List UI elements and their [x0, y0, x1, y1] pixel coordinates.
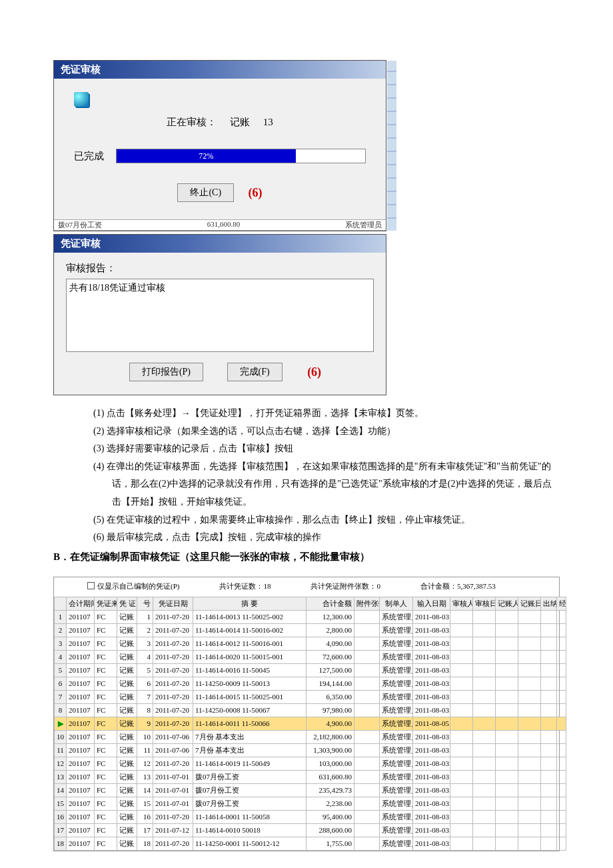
report-dialog: 凭证审核 审核报告： 共有18/18凭证通过审核 打印报告(P) 完成(F) (… [53, 234, 386, 395]
table-row[interactable]: 7201107FC记账72011-07-2011-14614-0015 11-5… [55, 690, 566, 703]
section-b-heading: B．在凭证编制界面审核凭证（这里只能一张张的审核，不能批量审核） [53, 551, 560, 563]
table-row[interactable]: 18201107FC记账182011-07-2011-14250-0001 11… [55, 837, 566, 850]
report-content: 共有18/18凭证通过审核 [69, 283, 165, 293]
table-header: 会计期间 凭证来源 凭 证 号 凭证日期 摘 要 合计金额 附件张数 制单人 输… [55, 597, 566, 610]
voucher-table-panel: 仅显示自己编制的凭证(P) 共计凭证数：18 共计凭证附件张数：0 合计金额：5… [53, 577, 560, 851]
col-period: 会计期间 [67, 597, 95, 610]
progress-dialog: 凭证审核 正在审核： 记账 13 已完成 72% 终止(C) (6) 拨07月份… [53, 60, 386, 231]
col-post-date: 记账日期 [518, 597, 541, 610]
done-label: 已完成 [74, 150, 104, 163]
table-row[interactable]: 12201107FC记账122011-07-2011-14614-0019 11… [55, 757, 566, 770]
annotation-6a: (6) [249, 186, 263, 200]
step-2: (2) 选择审核相记录（如果全选的话，可以点击右键，选择【全选】功能） [93, 423, 560, 441]
table-row[interactable]: 10201107FC记账102011-07-067月份 基本支出2,182,80… [55, 730, 566, 743]
report-dialog-title: 凭证审核 [54, 235, 386, 253]
table-row[interactable]: 3201107FC记账32011-07-2011-14614-0012 11-5… [55, 637, 566, 650]
total-amount: 合计金额：5,367,387.53 [420, 581, 496, 591]
progress-bar-fill: 72% [117, 149, 296, 163]
table-row[interactable]: 4201107FC记账42011-07-2011-14614-0020 11-5… [55, 650, 566, 663]
col-no: 号 [137, 597, 153, 610]
table-row[interactable]: 13201107FC记账132011-07-01拨07月份工资631,600.8… [55, 770, 566, 783]
col-poster: 记账人 [496, 597, 518, 610]
step-1: (1) 点击【账务处理】→【凭证处理】，打开凭证箱界面，选择【未审核】页签。 [93, 405, 560, 423]
col-extra: 经 [557, 597, 566, 610]
table-row[interactable]: 17201107FC记账172011-07-1211-14614-0010 50… [55, 823, 566, 837]
status-type: 记账 [230, 117, 250, 127]
table-row[interactable]: 8201107FC记账82011-07-2011-14250-0008 11-5… [55, 703, 566, 717]
annotation-6b: (6) [307, 365, 321, 379]
status-prefix: 正在审核： [167, 117, 217, 127]
step-5: (5) 在凭证审核的过程中，如果需要终止审核操作，那么点击【终止】按钮，停止审核… [93, 511, 560, 529]
finish-button[interactable]: 完成(F) [227, 363, 283, 381]
col-amount: 合计金额 [306, 597, 354, 610]
table-row[interactable]: 15201107FC记账152011-07-01拨07月份工资2,238.00系… [55, 797, 566, 810]
report-label: 审核报告： [66, 262, 374, 275]
total-attachments: 共计凭证附件张数：0 [310, 581, 380, 591]
instruction-steps: (1) 点击【账务处理】→【凭证处理】，打开凭证箱界面，选择【未审核】页签。 (… [53, 405, 560, 547]
col-source: 凭证来源 [95, 597, 117, 610]
progress-dialog-title: 凭证审核 [54, 61, 386, 79]
col-input-date: 输入日期 [413, 597, 450, 610]
print-report-button[interactable]: 打印报告(P) [129, 363, 203, 381]
col-attachments: 附件张数 [354, 597, 380, 610]
document-icon [74, 92, 89, 107]
audit-status-line: 正在审核： 记账 13 [74, 116, 366, 129]
table-row[interactable]: 16201107FC记账162011-07-2011-14614-0001 11… [55, 810, 566, 823]
side-strip-decoration [387, 61, 396, 231]
col-auditor: 审核人 [450, 597, 473, 610]
step-3: (3) 选择好需要审核的记录后，点击【审核】按钮 [93, 440, 560, 458]
col-maker: 制单人 [380, 597, 413, 610]
table-row[interactable]: 11201107FC记账112011-07-067月份 基本支出1,303,90… [55, 743, 566, 757]
col-vtype: 凭 证 [117, 597, 137, 610]
col-summary: 摘 要 [193, 597, 306, 610]
step-4: (4) 在弹出的凭证审核界面，先选择【审核范围】，在这如果审核范围选择的是"所有… [93, 458, 560, 511]
step-6: (6) 最后审核完成，点击【完成】按钮，完成审核的操作 [93, 529, 560, 547]
background-row-fragment: 拨07月份工资 631,600.80 系统管理员 [54, 219, 386, 231]
status-number: 13 [263, 117, 273, 127]
table-row[interactable]: 2201107FC记账22011-07-2011-14614-0014 11-5… [55, 623, 566, 637]
col-audit-date: 审核日期 [473, 597, 496, 610]
total-count: 共计凭证数：18 [219, 581, 271, 591]
report-textarea: 共有18/18凭证通过审核 [66, 279, 374, 352]
table-row[interactable]: ▶201107FC记账92011-07-2011-14614-0011 11-5… [55, 717, 566, 730]
table-row[interactable]: 1201107FC记账12011-07-2011-14614-0013 11-5… [55, 610, 566, 623]
col-cashier: 出纳 [541, 597, 557, 610]
table-row[interactable]: 5201107FC记账52011-07-2011-14614-0016 11-5… [55, 663, 566, 677]
table-row[interactable]: 14201107FC记账142011-07-01拨07月份工资235,429.7… [55, 783, 566, 797]
col-date: 凭证日期 [153, 597, 193, 610]
show-own-checkbox[interactable]: 仅显示自己编制的凭证(P) [87, 581, 179, 591]
checkbox-icon[interactable] [87, 582, 95, 589]
voucher-table[interactable]: 会计期间 凭证来源 凭 证 号 凭证日期 摘 要 合计金额 附件张数 制单人 输… [54, 597, 566, 851]
table-body[interactable]: 1201107FC记账12011-07-2011-14614-0013 11-5… [55, 610, 566, 850]
cancel-button[interactable]: 终止(C) [177, 183, 234, 202]
table-row[interactable]: 6201107FC记账62011-07-2011-14250-0009 11-5… [55, 677, 566, 690]
progress-bar: 72% [116, 149, 366, 163]
col-rownum [55, 597, 67, 610]
